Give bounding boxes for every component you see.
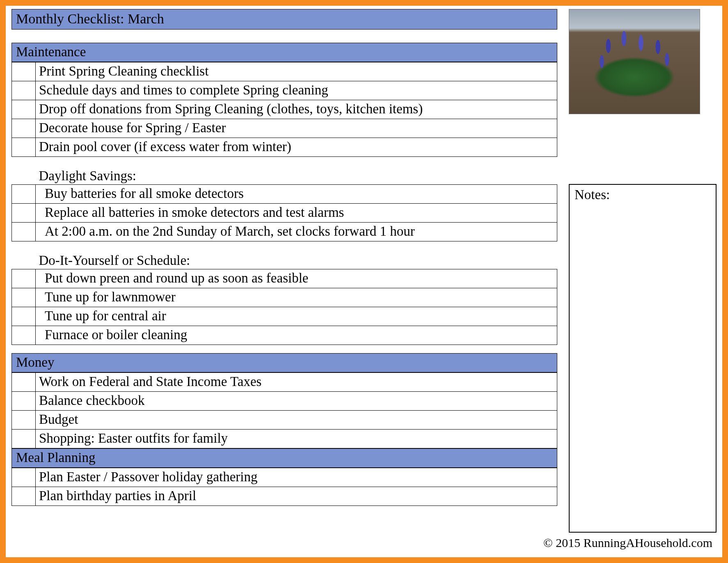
table-row: Tune up for central air [12, 307, 557, 326]
checkbox-cell[interactable] [12, 373, 36, 392]
item-text: Buy batteries for all smoke detectors [36, 185, 557, 204]
checkbox-cell[interactable] [12, 100, 36, 119]
section-header-maintenance: Maintenance [11, 43, 557, 62]
table-row: Print Spring Cleaning checklist [12, 62, 557, 81]
sub-label-row: Daylight Savings: [12, 157, 557, 185]
content-wrapper: Monthly Checklist: March Maintenance Pri… [11, 9, 717, 552]
item-text: Balance checkbook [36, 392, 557, 411]
checkbox-cell[interactable] [12, 138, 36, 157]
copyright-text: © 2015 RunningAHousehold.com [543, 536, 712, 550]
table-row: Put down preen and round up as soon as f… [12, 269, 557, 288]
side-column: Notes: [569, 9, 717, 552]
table-row: Buy batteries for all smoke detectors [12, 185, 557, 204]
table-row: Decorate house for Spring / Easter [12, 119, 557, 138]
checkbox-cell[interactable] [12, 288, 36, 307]
checkbox-cell[interactable] [12, 326, 36, 345]
table-row: Drain pool cover (if excess water from w… [12, 138, 557, 157]
main-column: Monthly Checklist: March Maintenance Pri… [11, 9, 557, 552]
table-row: Shopping: Easter outfits for family [12, 430, 557, 448]
checkbox-cell[interactable] [12, 204, 36, 223]
checkbox-cell[interactable] [12, 269, 36, 288]
checkbox-cell[interactable] [12, 411, 36, 430]
item-text: At 2:00 a.m. on the 2nd Sunday of March,… [36, 223, 557, 241]
notes-box[interactable]: Notes: [569, 184, 717, 533]
checkbox-cell[interactable] [12, 430, 36, 448]
money-table: Work on Federal and State Income Taxes B… [11, 372, 557, 448]
sub-label-row: Do-It-Yourself or Schedule: [12, 241, 557, 269]
table-row: Replace all batteries in smoke detectors… [12, 204, 557, 223]
table-row: Balance checkbook [12, 392, 557, 411]
item-text: Print Spring Cleaning checklist [36, 62, 557, 81]
meal-table: Plan Easter / Passover holiday gathering… [11, 468, 557, 506]
page-title: Monthly Checklist: March [11, 9, 557, 30]
sub-label: Do-It-Yourself or Schedule: [36, 241, 557, 269]
flower-image [569, 9, 700, 114]
item-text: Decorate house for Spring / Easter [36, 119, 557, 138]
checkbox-cell[interactable] [12, 119, 36, 138]
checkbox-cell[interactable] [12, 392, 36, 411]
checkbox-cell[interactable] [12, 487, 36, 506]
table-row: At 2:00 a.m. on the 2nd Sunday of March,… [12, 223, 557, 241]
item-text: Drain pool cover (if excess water from w… [36, 138, 557, 157]
table-row: Plan birthday parties in April [12, 487, 557, 506]
checkbox-cell[interactable] [12, 468, 36, 487]
table-row: Tune up for lawnmower [12, 288, 557, 307]
item-text: Plan birthday parties in April [36, 487, 557, 506]
item-text: Tune up for central air [36, 307, 557, 326]
table-row: Work on Federal and State Income Taxes [12, 373, 557, 392]
item-text: Budget [36, 411, 557, 430]
item-text: Schedule days and times to complete Spri… [36, 81, 557, 100]
page-frame: Monthly Checklist: March Maintenance Pri… [0, 0, 728, 563]
checkbox-cell[interactable] [12, 81, 36, 100]
checkbox-cell[interactable] [12, 307, 36, 326]
table-row: Drop off donations from Spring Cleaning … [12, 100, 557, 119]
table-row: Schedule days and times to complete Spri… [12, 81, 557, 100]
item-text: Furnace or boiler cleaning [36, 326, 557, 345]
table-row: Budget [12, 411, 557, 430]
checkbox-cell[interactable] [12, 223, 36, 241]
table-row: Furnace or boiler cleaning [12, 326, 557, 345]
item-text: Drop off donations from Spring Cleaning … [36, 100, 557, 119]
item-text: Plan Easter / Passover holiday gathering [36, 468, 557, 487]
item-text: Put down preen and round up as soon as f… [36, 269, 557, 288]
item-text: Shopping: Easter outfits for family [36, 430, 557, 448]
table-row: Plan Easter / Passover holiday gathering [12, 468, 557, 487]
checkbox-cell[interactable] [12, 185, 36, 204]
checkbox-cell[interactable] [12, 62, 36, 81]
item-text: Work on Federal and State Income Taxes [36, 373, 557, 392]
section-header-money: Money [11, 353, 557, 372]
sub-label: Daylight Savings: [36, 157, 557, 185]
maintenance-table: Print Spring Cleaning checklist Schedule… [11, 62, 557, 345]
section-header-meal: Meal Planning [11, 448, 557, 468]
item-text: Replace all batteries in smoke detectors… [36, 204, 557, 223]
item-text: Tune up for lawnmower [36, 288, 557, 307]
